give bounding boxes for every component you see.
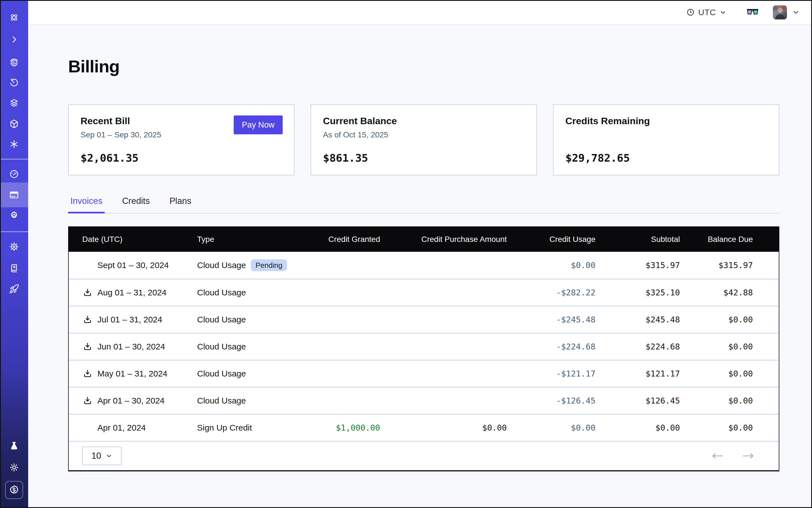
table-row: Aug 01 – 31, 2024 Cloud Usage -$282.22 $… — [69, 279, 779, 306]
usage-gauge-icon[interactable] — [9, 169, 19, 179]
tab-credits[interactable]: Credits — [120, 196, 152, 213]
pay-now-button[interactable]: Pay Now — [234, 116, 283, 134]
card-title: Current Balance — [323, 116, 524, 126]
invoice-type: Cloud Usage — [197, 260, 246, 270]
invoice-type: Sign Up Credit — [197, 423, 252, 432]
invoice-date: Aug 01 – 31, 2024 — [97, 288, 166, 297]
table-row: Sept 01 – 30, 2024 Cloud UsagePending $0… — [69, 252, 779, 279]
asterisk-icon[interactable] — [9, 139, 19, 149]
sidebar — [0, 0, 28, 508]
table-row: May 01 – 31, 2024 Cloud Usage -$121.17 $… — [69, 360, 779, 387]
credit-usage-value: -$282.22 — [507, 288, 596, 297]
card-amount: $2,061.35 — [81, 152, 282, 164]
subtotal-value: $315.97 — [596, 260, 680, 270]
card-subtitle — [565, 130, 767, 138]
column-header-type: Type — [197, 235, 312, 244]
timezone-selector[interactable]: UTC — [686, 8, 727, 17]
expand-chevron-icon[interactable] — [9, 34, 19, 44]
card-title: Credits Remaining — [565, 116, 767, 126]
download-spacer — [82, 422, 93, 433]
card-subtitle: As of Oct 15, 2025 — [323, 130, 524, 139]
invoice-date: Apr 01, 2024 — [97, 423, 146, 432]
table-header-row: Date (UTC) Type Credit Granted Credit Pu… — [69, 227, 779, 252]
credit-purchase-value: $0.00 — [380, 423, 507, 432]
download-icon[interactable] — [82, 368, 93, 379]
subtotal-value: $224.68 — [596, 342, 680, 351]
table-pagination: 10 — [69, 441, 779, 470]
layers-icon[interactable] — [9, 98, 19, 108]
table-row: Jul 01 – 31, 2024 Cloud Usage -$245.48 $… — [69, 306, 779, 333]
balance-due-value: $0.00 — [680, 315, 778, 325]
credits-dollar-icon — [8, 484, 20, 496]
invoice-type: Cloud Usage — [197, 288, 246, 297]
credit-usage-value: -$126.45 — [507, 396, 596, 406]
helm-icon[interactable] — [9, 242, 19, 252]
table-row: Apr 01 – 30, 2024 Cloud Usage -$126.45 $… — [69, 387, 779, 414]
download-icon[interactable] — [82, 287, 93, 298]
billing-tabs: Invoices Credits Plans — [68, 196, 779, 213]
page-size-select[interactable]: 10 — [82, 447, 122, 465]
credit-usage-value: -$121.17 — [507, 369, 596, 378]
topbar: UTC — [28, 0, 812, 25]
balance-due-value: $0.00 — [680, 396, 778, 406]
docs-book-icon[interactable] — [9, 263, 19, 273]
theme-sun-icon[interactable] — [9, 462, 19, 472]
download-icon[interactable] — [82, 314, 93, 325]
invoices-table: Date (UTC) Type Credit Granted Credit Pu… — [68, 226, 779, 471]
column-header-credit-purchase-amount: Credit Purchase Amount — [380, 235, 507, 244]
sidebar-divider — [0, 231, 28, 232]
column-header-date: Date (UTC) — [69, 235, 197, 244]
invoice-date: Jun 01 – 30, 2024 — [97, 342, 165, 351]
subtotal-value: $325.10 — [596, 288, 680, 297]
balance-due-value: $42.88 — [680, 288, 778, 297]
page-size-value: 10 — [91, 451, 101, 461]
invoice-type: Cloud Usage — [197, 342, 246, 351]
credit-usage-value: $0.00 — [507, 423, 596, 432]
observe-icon[interactable] — [9, 57, 19, 68]
credit-usage-value: -$224.68 — [507, 342, 596, 351]
summary-cards: Recent Bill Sep 01 – Sep 30, 2025 $2,061… — [68, 104, 779, 175]
sidebar-divider — [0, 159, 28, 159]
column-header-credit-granted: Credit Granted — [312, 235, 380, 244]
status-badge: Pending — [251, 259, 287, 271]
labs-flask-icon[interactable] — [9, 441, 19, 451]
credit-granted-value: $1,000.00 — [312, 423, 380, 432]
subtotal-value: $121.17 — [596, 369, 680, 378]
tab-invoices[interactable]: Invoices — [68, 196, 105, 213]
history-icon[interactable] — [9, 78, 19, 88]
pagination-arrows — [711, 452, 755, 460]
subtotal-value: $245.48 — [596, 315, 680, 325]
invoice-date: Jul 01 – 31, 2024 — [97, 315, 162, 325]
tab-plans[interactable]: Plans — [167, 196, 194, 213]
invoice-date: Apr 01 – 30, 2024 — [97, 396, 165, 406]
download-icon[interactable] — [82, 395, 93, 406]
chevron-down-icon — [105, 453, 112, 459]
rocket-icon[interactable] — [9, 284, 19, 294]
recent-bill-card: Recent Bill Sep 01 – Sep 30, 2025 $2,061… — [68, 104, 295, 175]
page-title: Billing — [68, 56, 119, 76]
invoice-date: May 01 – 31, 2024 — [97, 369, 168, 378]
chevron-down-icon — [719, 9, 727, 16]
user-avatar[interactable] — [773, 5, 787, 19]
prev-page-arrow-left-icon[interactable] — [711, 452, 724, 460]
credits-dollar-button[interactable] — [5, 481, 23, 499]
invoice-type: Cloud Usage — [197, 315, 246, 325]
balance-due-value: $0.00 — [680, 342, 778, 351]
glasses-icon[interactable] — [746, 8, 759, 16]
credit-usage-value: $0.00 — [507, 260, 596, 270]
balance-due-value: $0.00 — [680, 423, 778, 432]
timezone-label: UTC — [698, 8, 716, 17]
current-balance-card: Current Balance As of Oct 15, 2025 $861.… — [310, 104, 537, 175]
card-amount: $861.35 — [323, 152, 524, 164]
download-icon[interactable] — [82, 341, 93, 352]
billing-card-icon[interactable] — [9, 190, 19, 200]
package-icon[interactable] — [9, 119, 19, 129]
next-page-arrow-right-icon[interactable] — [742, 452, 755, 460]
invoice-type: Cloud Usage — [197, 369, 246, 378]
settings-gear-icon[interactable] — [9, 211, 19, 221]
subtotal-value: $126.45 — [596, 396, 680, 406]
download-spacer — [82, 260, 93, 270]
balance-due-value: $0.00 — [680, 369, 778, 378]
logo-icon[interactable] — [9, 12, 19, 23]
user-menu-chevron-icon[interactable] — [792, 8, 800, 16]
